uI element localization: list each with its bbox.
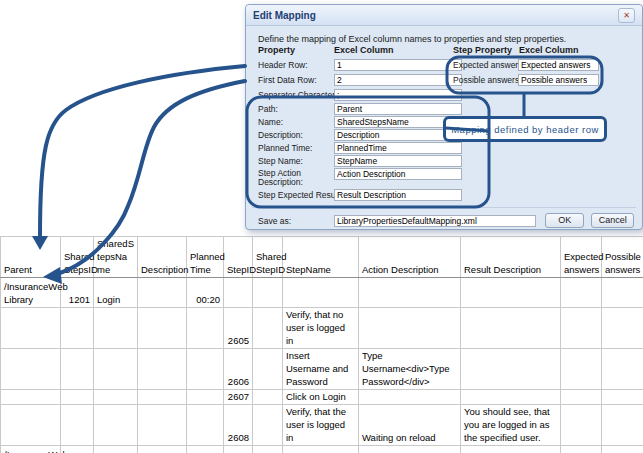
table-cell[interactable] [602,405,643,446]
path-input[interactable] [334,103,462,115]
table-cell[interactable] [561,446,602,453]
table-cell[interactable]: Waiting on reload [359,405,461,446]
table-cell[interactable] [359,446,461,453]
step-expected-result-input[interactable] [334,189,462,201]
table-cell[interactable] [138,405,187,446]
table-cell[interactable] [61,405,94,446]
table-cell[interactable]: 00:10 [187,446,224,453]
table-cell[interactable]: 2608 [224,405,253,446]
table-cell[interactable] [602,278,643,308]
table-cell[interactable] [461,390,561,405]
table-cell[interactable]: 2606 [224,349,253,390]
table-cell[interactable] [461,308,561,349]
table-cell[interactable]: Login [94,278,138,308]
table-cell[interactable] [61,390,94,405]
table-cell[interactable] [1,390,61,405]
save-as-input[interactable] [334,215,536,227]
table-cell[interactable] [94,405,138,446]
table-cell[interactable] [602,390,643,405]
table-cell[interactable] [602,308,643,349]
table-cell[interactable]: You should see, that you are logged in a… [461,405,561,446]
table-cell[interactable] [253,308,283,349]
table-cell[interactable] [561,308,602,349]
table-cell[interactable] [187,349,224,390]
column-header[interactable]: Expected answers [561,237,602,278]
table-cell[interactable]: Logout [94,446,138,453]
table-cell[interactable] [138,349,187,390]
table-cell[interactable]: /InsuranceWeb Library [1,446,61,453]
column-header[interactable]: Shared StepID [253,237,283,278]
column-header[interactable]: Shared StepsID [61,237,94,278]
column-header[interactable]: Description [138,237,187,278]
table-cell[interactable] [283,446,359,453]
table-cell[interactable]: Insert Username and Password [283,349,359,390]
table-cell[interactable] [359,390,461,405]
table-cell[interactable] [1,349,61,390]
column-header[interactable]: Action Description [359,237,461,278]
table-cell[interactable]: /InsuranceWeb Library [1,278,61,308]
column-header[interactable]: StepName [283,237,359,278]
table-cell[interactable] [253,349,283,390]
table-cell[interactable] [61,349,94,390]
table-cell[interactable]: 2605 [224,308,253,349]
column-header[interactable]: SharedStepsName [94,237,138,278]
table-cell[interactable]: Verify, that no user is logged in [283,308,359,349]
separator-characters-input[interactable] [334,89,462,101]
table-cell[interactable] [1,308,61,349]
table-cell[interactable] [359,278,461,308]
column-header[interactable]: Parent [1,237,61,278]
table-cell[interactable] [94,308,138,349]
table-cell[interactable] [561,405,602,446]
excel-column-header: Excel Column [334,45,394,55]
table-cell[interactable] [187,405,224,446]
table-cell[interactable] [94,349,138,390]
table-cell[interactable]: 2607 [224,390,253,405]
table-cell[interactable] [561,349,602,390]
table-cell[interactable] [253,278,283,308]
table-cell[interactable] [602,349,643,390]
table-cell[interactable] [1,405,61,446]
cancel-button[interactable]: Cancel [591,213,634,228]
table-cell[interactable] [138,278,187,308]
table-cell[interactable] [61,308,94,349]
column-header[interactable]: Result Description [461,237,561,278]
table-cell[interactable] [461,349,561,390]
table-cell[interactable]: Click on Login [283,390,359,405]
table-cell[interactable] [283,278,359,308]
table-cell[interactable] [187,308,224,349]
column-header[interactable]: Planned Time [187,237,224,278]
table-cell[interactable] [561,278,602,308]
possible-answers-input[interactable] [518,74,599,86]
ok-button[interactable]: OK [545,213,585,228]
table-cell[interactable] [138,390,187,405]
table-cell[interactable] [187,390,224,405]
table-cell[interactable] [224,446,253,453]
property-column-header: Property [258,45,295,55]
dialog-title-bar[interactable]: Edit Mapping ✕ [246,5,642,26]
table-cell[interactable] [461,278,561,308]
expected-answers-input[interactable] [518,59,599,71]
column-header[interactable]: StepID [224,237,253,278]
first-data-row-input[interactable] [334,74,462,86]
table-cell[interactable]: Type Username<div>Type Password</div> [359,349,461,390]
table-cell[interactable] [138,308,187,349]
table-cell[interactable] [253,446,283,453]
table-cell[interactable] [253,390,283,405]
table-cell[interactable]: 00:20 [187,278,224,308]
step-action-description-label: Step Action Description: [258,168,334,187]
table-cell[interactable] [94,390,138,405]
table-cell[interactable] [359,308,461,349]
step-action-description-input[interactable] [334,168,462,180]
planned-time-input[interactable] [334,142,462,154]
table-cell[interactable] [138,446,187,453]
header-row-input[interactable] [334,59,462,71]
table-cell[interactable] [561,390,602,405]
table-cell[interactable]: Verify, that the user is logged in [283,405,359,446]
table-cell[interactable] [224,278,253,308]
column-header[interactable]: Possible answers [602,237,643,278]
table-cell[interactable] [602,446,643,453]
step-name-input[interactable] [334,155,462,167]
table-cell[interactable] [461,446,561,453]
table-cell[interactable] [253,405,283,446]
close-button[interactable]: ✕ [618,8,635,23]
